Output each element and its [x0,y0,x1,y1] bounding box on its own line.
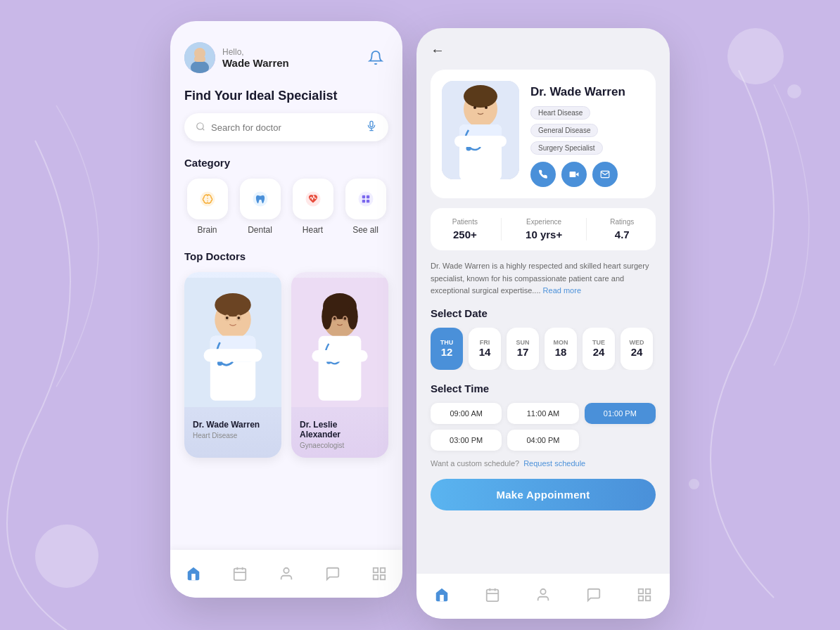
time-100pm[interactable]: 01:00 PM [585,403,656,424]
nav2-calendar[interactable] [485,587,500,606]
heart-icon-box [293,179,333,219]
doctor2-info: Dr. Leslie Alexander Gynaecologist [291,413,388,458]
search-bar[interactable] [184,113,388,141]
svg-point-57 [473,106,476,109]
doctor-card-2[interactable]: Dr. Leslie Alexander Gynaecologist [291,272,388,458]
category-heart[interactable]: Heart [290,179,336,235]
date-wed-num: 24 [631,346,643,358]
bg-decoration-circle-3 [35,525,98,588]
svg-point-40 [344,317,347,320]
nav2-profile[interactable] [535,587,551,606]
category-brain[interactable]: Brain [184,179,230,235]
doctor-profile-section: Dr. Wade Warren Heart Disease General Di… [431,70,656,198]
date-selector: THU 12 FRI 14 Sun 17 MON 18 TUE 24 WED 2… [431,328,656,370]
date-wed-24[interactable]: WED 24 [621,328,653,370]
greeting-text: Hello, Wade Warren [222,47,289,69]
doctor1-name: Dr. Wade Warren [193,420,273,430]
time-1100am[interactable]: 11:00 AM [507,403,578,424]
nav-grid[interactable] [371,566,387,581]
back-button[interactable]: ← [431,42,656,58]
stat-patients-value: 250+ [452,229,478,240]
stat-experience-value: 10 yrs+ [526,229,562,240]
avatar [184,42,215,73]
heart-label: Heart [303,225,323,235]
svg-rect-15 [366,195,369,198]
screen1-header: Hello, Wade Warren [184,42,388,73]
stat-experience: Experience 10 yrs+ [526,218,562,240]
stat-ratings-label: Ratings [610,218,634,226]
date-thu-num: 12 [441,346,453,358]
time-300pm[interactable]: 03:00 PM [431,430,502,451]
svg-rect-67 [646,589,650,593]
time-400pm[interactable]: 04:00 PM [507,430,578,451]
notification-bell-button[interactable] [363,45,388,70]
read-more-link[interactable]: Read more [543,286,581,295]
nav-home[interactable] [186,566,201,581]
see-all-icon-box [345,179,386,219]
doctor2-name: Dr. Leslie Alexander [300,420,380,439]
svg-point-13 [358,192,373,207]
date-sun-num: 17 [517,346,529,358]
custom-schedule-text: Want a custom schedule? [431,459,519,468]
time-900am[interactable]: 09:00 AM [431,403,502,424]
date-fri-14[interactable]: FRI 14 [469,328,501,370]
stat-patients-label: Patients [452,218,478,226]
svg-marker-59 [575,172,578,176]
bio-text: Dr. Wade Warren is a highly respected an… [431,262,649,295]
bottom-nav-1 [170,550,402,598]
doctor-card-1[interactable]: Dr. Wade Warren Heart Disease [184,272,281,458]
find-specialist-title: Find Your Ideal Specialist [184,89,388,103]
svg-rect-16 [362,200,364,202]
date-fri-num: 14 [479,346,491,358]
date-tue-24[interactable]: TUE 24 [583,328,615,370]
svg-rect-68 [639,596,643,600]
svg-point-65 [540,589,545,593]
svg-point-35 [322,304,332,330]
svg-rect-47 [381,568,385,572]
tag-general-disease: General Disease [530,124,598,137]
top-doctors-label: Top Doctors [184,250,388,262]
svg-rect-55 [454,136,507,147]
date-tue-num: 24 [593,346,605,358]
make-appointment-button[interactable]: Make Appoinment [431,479,656,510]
nav-chat[interactable] [325,566,341,581]
request-schedule-link[interactable]: Request schedule [523,459,585,468]
doctor2-specialty: Gynaecologist [300,442,380,449]
svg-rect-41 [234,569,246,581]
stat-ratings: Ratings 4.7 [610,218,634,240]
category-see-all[interactable]: See all [343,179,388,235]
date-sun-17[interactable]: Sun 17 [507,328,539,370]
email-button[interactable] [592,162,618,187]
nav2-grid[interactable] [637,587,652,606]
svg-point-58 [485,106,488,109]
svg-point-36 [348,304,358,330]
svg-rect-6 [370,121,373,127]
call-button[interactable] [530,162,556,187]
category-dental[interactable]: Dental [237,179,283,235]
bg-decoration-circle-2 [787,84,801,98]
stat-patients: Patients 250+ [452,218,478,240]
date-thu-day: THU [440,339,454,346]
date-thu-12[interactable]: THU 12 [431,328,463,370]
nav-profile[interactable] [279,566,294,581]
custom-schedule-row: Want a custom schedule? Request schedule [431,459,656,468]
search-input[interactable] [211,122,366,133]
nav2-chat[interactable] [586,587,602,606]
nav2-home[interactable] [434,587,450,606]
time-grid: 09:00 AM 11:00 AM 01:00 PM 03:00 PM 04:0… [431,403,656,451]
video-button[interactable] [561,162,587,187]
stat-experience-label: Experience [526,218,562,226]
tag-surgery-specialist: Surgery Specialist [530,141,603,155]
date-mon-day: MON [554,339,568,346]
doctor-profile-image [442,81,519,179]
microphone-icon[interactable] [366,120,377,134]
svg-rect-14 [362,195,364,198]
svg-rect-46 [374,568,378,572]
date-tue-day: TUE [592,339,605,346]
stats-section: Patients 250+ Experience 10 yrs+ Ratings… [431,208,656,250]
user-name-label: Wade Warren [222,57,289,69]
bio-section: Dr. Wade Warren is a highly respected an… [431,260,656,297]
date-wed-day: WED [630,339,644,346]
date-mon-18[interactable]: MON 18 [545,328,577,370]
nav-calendar[interactable] [232,566,248,581]
